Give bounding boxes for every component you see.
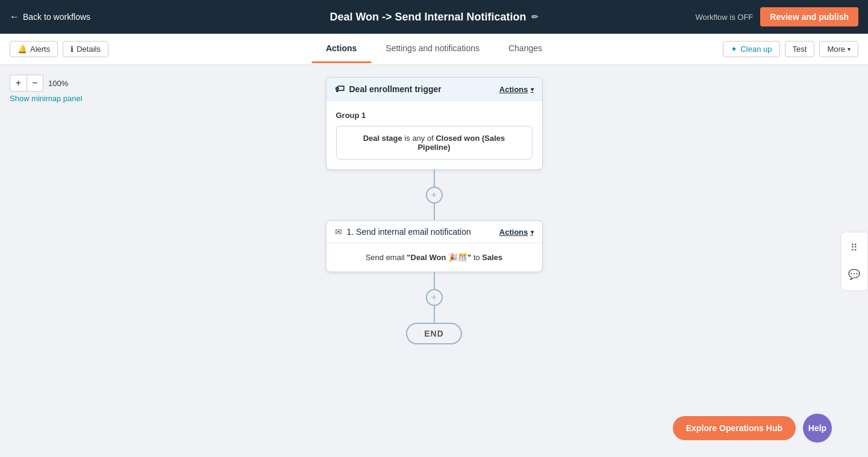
back-to-workflows-link[interactable]: ← Back to workflows — [10, 11, 90, 22]
secondary-nav: 🔔 Alerts ℹ Details Actions Settings and … — [0, 34, 868, 65]
trigger-header: 🏷 Deal enrollment trigger Actions ▾ — [326, 78, 542, 101]
condition-field: Deal stage — [363, 134, 402, 143]
trigger-node: 🏷 Deal enrollment trigger Actions ▾ Grou… — [326, 77, 543, 170]
back-arrow-icon: ← — [10, 11, 19, 22]
trigger-actions-button[interactable]: Actions ▾ — [499, 85, 534, 94]
tab-changes-label: Changes — [508, 43, 542, 53]
action-body: Send email "Deal Won 🎉🎊" to Sales — [326, 243, 542, 272]
nav-tabs: Actions Settings and notifications Chang… — [311, 35, 557, 63]
more-chevron-icon: ▾ — [848, 46, 851, 52]
action-actions-button[interactable]: Actions ▾ — [499, 228, 534, 237]
action-node: ✉ 1. Send internal email notification Ac… — [326, 220, 543, 272]
trigger-actions-label: Actions — [499, 85, 528, 94]
help-button[interactable]: Help — [803, 414, 832, 443]
details-icon: ℹ — [70, 45, 73, 54]
action-actions-label: Actions — [499, 228, 528, 237]
connector-line-2 — [434, 204, 435, 220]
trigger-title: Deal enrollment trigger — [349, 84, 442, 94]
explore-hub-button[interactable]: Explore Operations Hub — [673, 416, 796, 440]
add-action-button-2[interactable]: + — [426, 289, 443, 306]
condition-operator: is any of — [402, 134, 436, 143]
connector-line-1 — [434, 170, 435, 187]
tab-actions-label: Actions — [326, 43, 357, 53]
publish-button[interactable]: Review and publish — [760, 7, 858, 26]
action-email-name: "Deal Won 🎉🎊" — [407, 253, 471, 262]
connector-line-3 — [434, 272, 435, 289]
action-body-part2: to — [471, 253, 482, 262]
connector-line-4 — [434, 306, 435, 323]
action-title: 1. Send internal email notification — [347, 227, 471, 237]
tab-settings[interactable]: Settings and notifications — [371, 35, 494, 63]
test-button[interactable]: Test — [785, 41, 815, 57]
workflow-flow: 🏷 Deal enrollment trigger Actions ▾ Grou… — [0, 65, 868, 457]
condition-box[interactable]: Deal stage is any of Closed won (Sales P… — [336, 126, 532, 160]
cleanup-label: Clean up — [740, 45, 772, 54]
action-body-part1: Send email — [366, 253, 407, 262]
chat-icon[interactable]: 💬 — [846, 266, 863, 283]
connector-2: + — [426, 272, 443, 323]
back-label: Back to workflows — [23, 12, 90, 22]
nav-right: ✦ Clean up Test More ▾ — [723, 41, 858, 57]
details-label: Details — [76, 45, 101, 54]
workflow-canvas: + − 100% Show minimap panel 🏷 Deal enrol… — [0, 65, 868, 457]
workflow-title: Deal Won -> Send Internal Notification ✏ — [329, 11, 538, 23]
trigger-actions-chevron-icon: ▾ — [531, 86, 534, 93]
workflow-status: Workflow is OFF — [695, 13, 753, 22]
action-actions-chevron-icon: ▾ — [531, 229, 534, 235]
bottom-right-actions: Explore Operations Hub Help — [673, 414, 832, 443]
edit-icon[interactable]: ✏ — [531, 12, 539, 22]
connector-1: + — [426, 170, 443, 220]
details-button[interactable]: ℹ Details — [63, 41, 108, 57]
more-button[interactable]: More ▾ — [819, 41, 858, 57]
action-title-text: Send internal email notification — [356, 227, 471, 237]
alerts-button[interactable]: 🔔 Alerts — [10, 41, 58, 57]
action-number: 1. — [347, 227, 354, 237]
workflow-title-text: Deal Won -> Send Internal Notification — [329, 11, 526, 23]
group-label: Group 1 — [336, 111, 532, 120]
action-header-left: ✉ 1. Send internal email notification — [335, 227, 471, 237]
tab-changes[interactable]: Changes — [494, 35, 557, 63]
tab-settings-label: Settings and notifications — [386, 43, 479, 53]
trigger-body: Group 1 Deal stage is any of Closed won … — [326, 101, 542, 169]
tab-actions[interactable]: Actions — [311, 35, 371, 63]
right-sidebar: ⠿ 💬 — [840, 232, 868, 291]
nav-left: 🔔 Alerts ℹ Details — [10, 41, 108, 57]
top-bar: ← Back to workflows Deal Won -> Send Int… — [0, 0, 868, 34]
top-bar-right: Workflow is OFF Review and publish — [695, 7, 858, 26]
email-icon: ✉ — [335, 227, 342, 237]
cleanup-icon: ✦ — [731, 45, 737, 54]
alerts-icon: 🔔 — [17, 45, 27, 54]
end-node: END — [406, 323, 462, 344]
trigger-header-left: 🏷 Deal enrollment trigger — [335, 84, 442, 95]
action-header: ✉ 1. Send internal email notification Ac… — [326, 221, 542, 243]
alerts-label: Alerts — [30, 45, 50, 54]
add-action-button-1[interactable]: + — [426, 187, 443, 204]
cleanup-button[interactable]: ✦ Clean up — [723, 41, 779, 57]
grid-icon[interactable]: ⠿ — [846, 240, 863, 256]
trigger-icon: 🏷 — [335, 84, 345, 95]
action-recipient: Sales — [482, 253, 502, 262]
more-label: More — [827, 45, 845, 54]
